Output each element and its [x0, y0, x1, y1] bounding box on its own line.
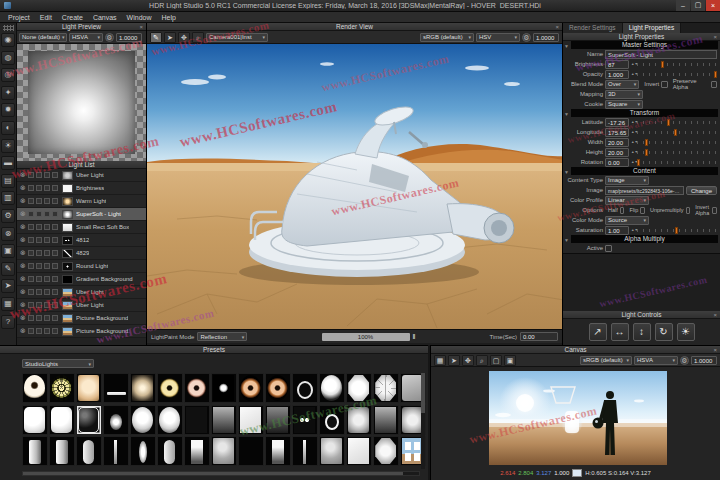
close-icon[interactable]: ×	[713, 33, 717, 41]
latitude-input[interactable]: -17.26	[605, 118, 629, 127]
opacity-input[interactable]: 1.000	[605, 70, 629, 79]
solo-icon[interactable]: ⊗	[19, 249, 27, 257]
toggle-box[interactable]	[28, 198, 34, 204]
settings-gear-tool[interactable]: ⚙	[1, 209, 15, 223]
solo-icon[interactable]: ⊗	[19, 210, 27, 218]
maximize-button[interactable]: ▢	[691, 0, 705, 11]
section-transform[interactable]: ▼ Transform	[571, 109, 718, 117]
unpremultiply-checkbox[interactable]	[686, 207, 691, 214]
preset-octagon-spoke[interactable]	[373, 373, 399, 403]
toggle-box[interactable]	[36, 224, 42, 230]
frame-light-tool[interactable]: ▣	[1, 244, 15, 258]
presets-vertical-scrollbar[interactable]	[421, 373, 425, 469]
toggle-box[interactable]	[28, 315, 34, 321]
blend-mode-dropdown[interactable]: Over▾	[605, 80, 639, 89]
toggle-box[interactable]	[44, 328, 50, 334]
section-master-settings[interactable]: ▼ Master Settings	[571, 41, 718, 49]
toggle-box[interactable]	[44, 250, 50, 256]
slider-handle[interactable]	[661, 61, 664, 68]
toggle-box[interactable]	[36, 302, 42, 308]
preview-colorspace-dropdown[interactable]: None (default)▾	[19, 33, 67, 42]
rv-channel-dropdown[interactable]: HSV▾	[476, 33, 520, 42]
toggle-box[interactable]	[52, 263, 58, 269]
stepper[interactable]: ▲▼	[631, 118, 635, 127]
slider-handle[interactable]	[645, 139, 648, 146]
brightness-input[interactable]: 87	[605, 60, 629, 69]
sphere-light-tool[interactable]: ◍	[1, 51, 15, 65]
brightness-slider[interactable]	[637, 60, 717, 69]
toggle-box[interactable]	[44, 263, 50, 269]
canvas-colorspace-dropdown[interactable]: sRGB (default)▾	[580, 356, 632, 365]
picture-light-tool[interactable]: ▦	[1, 297, 15, 311]
toggle-box[interactable]	[52, 237, 58, 243]
toggle-box[interactable]	[52, 250, 58, 256]
select-arrow-icon[interactable]: ➤	[448, 355, 460, 366]
solo-icon[interactable]: ⊗	[19, 275, 27, 283]
toggle-box[interactable]	[44, 289, 50, 295]
render-viewport[interactable]	[147, 44, 562, 329]
slider-handle[interactable]	[637, 159, 640, 166]
preset-voval[interactable]	[130, 436, 156, 466]
width-input[interactable]: 20.00	[605, 138, 629, 147]
toggle-box[interactable]	[52, 276, 58, 282]
stepper[interactable]: ▲▼	[631, 70, 635, 79]
stepper[interactable]: ▲▼	[631, 60, 635, 69]
preset-sq-tex[interactable]	[319, 436, 345, 466]
saturation-input[interactable]: 1.00	[605, 226, 629, 235]
preset-ring-small[interactable]	[319, 405, 345, 435]
change-image-button[interactable]: Change	[686, 186, 717, 195]
toggle-box[interactable]	[52, 328, 58, 334]
rotation-slider[interactable]	[637, 158, 717, 167]
preview-channel-dropdown[interactable]: HSVA▾	[69, 33, 103, 42]
light-list-item[interactable]: ⊗Uber Light	[17, 299, 146, 312]
fit-view-icon[interactable]: ▢	[490, 355, 502, 366]
toggle-box[interactable]	[52, 289, 58, 295]
close-button[interactable]: ×	[706, 0, 720, 11]
menu-window[interactable]: Window	[122, 14, 157, 21]
height-control-icon[interactable]: ↕	[633, 323, 651, 341]
gear-icon[interactable]: ⚙	[105, 33, 114, 42]
menu-edit[interactable]: Edit	[35, 14, 57, 21]
brush-light-tool[interactable]: ✎	[1, 262, 15, 276]
light-list-item[interactable]: ⊗4829	[17, 247, 146, 260]
preset-thin-vstrip[interactable]	[292, 436, 318, 466]
section-alpha-multiply[interactable]: ▼ Alpha Multiply	[571, 235, 718, 243]
close-icon[interactable]: ×	[713, 311, 717, 319]
light-list-item[interactable]: ⊗Picture Background	[17, 312, 146, 325]
toggle-box[interactable]	[44, 198, 50, 204]
preset-donut-yellow[interactable]	[157, 373, 183, 403]
collapse-icon[interactable]: ▼	[564, 168, 569, 176]
help-tool-tool[interactable]: ?	[1, 315, 15, 329]
preset-rounded-white[interactable]	[22, 405, 48, 435]
slider-handle[interactable]	[714, 71, 717, 78]
toggle-box[interactable]	[36, 289, 42, 295]
toggle-box[interactable]	[28, 302, 34, 308]
preset-octagon[interactable]	[346, 373, 372, 403]
pan-hand-icon[interactable]: ✥	[462, 355, 474, 366]
rv-colorspace-dropdown[interactable]: sRGB (default)▾	[420, 33, 474, 42]
spot-light-tool[interactable]: ◎	[1, 68, 15, 82]
toggle-box[interactable]	[52, 302, 58, 308]
preset-gear[interactable]	[49, 373, 75, 403]
content-type-dropdown[interactable]: Image▾	[605, 176, 649, 185]
zoom-magnifier-icon[interactable]: ⌕	[192, 32, 204, 43]
preset-vrounded[interactable]	[157, 436, 183, 466]
toggle-box[interactable]	[28, 172, 34, 178]
scale-control-icon[interactable]: ↗	[589, 323, 607, 341]
toggle-box[interactable]	[44, 172, 50, 178]
slider-handle[interactable]	[645, 149, 648, 156]
canvas-viewport[interactable]	[489, 371, 667, 465]
solo-icon[interactable]: ⊗	[19, 288, 27, 296]
preset-ring-thin[interactable]	[292, 373, 318, 403]
preset-twin-dots[interactable]	[292, 405, 318, 435]
cookie-dropdown[interactable]: Square▾	[605, 100, 643, 109]
preset-soft-sq[interactable]	[346, 405, 372, 435]
preset-donut-copper[interactable]	[238, 373, 264, 403]
preset-vbar[interactable]	[49, 436, 75, 466]
preset-bright-sq[interactable]	[346, 436, 372, 466]
preset-donut-copper[interactable]	[265, 373, 291, 403]
half-checkbox[interactable]	[620, 207, 625, 214]
pan-hand-icon[interactable]: ✥	[178, 32, 190, 43]
preset-vbar[interactable]	[22, 436, 48, 466]
gear-icon[interactable]: ⚙	[680, 356, 689, 365]
